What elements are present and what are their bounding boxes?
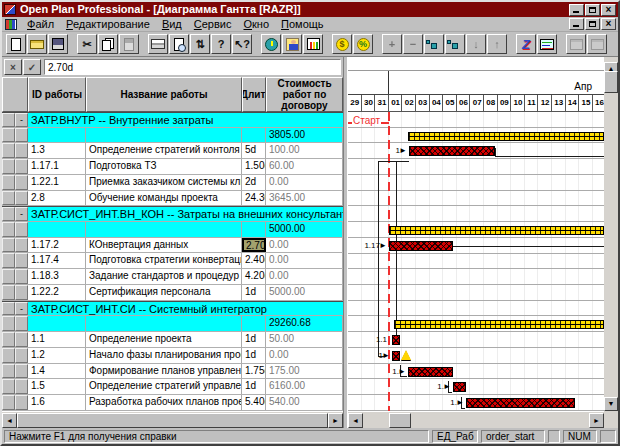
cell-id[interactable]: 1.6 [28, 395, 86, 410]
cell-duration[interactable]: 1d [242, 379, 266, 394]
cell-cost[interactable]: 6160.00 [266, 379, 343, 394]
cell-cost[interactable]: 29260.68 [266, 316, 343, 331]
document-window-icon[interactable] [5, 19, 17, 30]
cell-cost[interactable]: 0.00 [266, 253, 343, 268]
menu-item-3[interactable]: Вид [156, 17, 188, 31]
cell-cost[interactable]: 3805.00 [266, 128, 343, 143]
cell-duration[interactable]: 2.70d [242, 238, 266, 253]
menu-item-4[interactable]: Сервис [188, 17, 238, 31]
context-help-button[interactable]: ↖? [232, 34, 252, 54]
cell-cost[interactable]: 0.00 [266, 348, 343, 363]
cell-name[interactable] [86, 128, 242, 143]
summary-bar[interactable] [389, 226, 604, 235]
cell-name[interactable]: Подготовка стратегии конвертации [86, 253, 242, 268]
views-button[interactable] [537, 34, 557, 54]
scroll-left-icon[interactable]: ◄ [2, 413, 17, 428]
menu-item-1[interactable]: Файл [21, 17, 60, 31]
task-bar[interactable] [466, 398, 575, 408]
help-button[interactable]: ? [211, 34, 231, 54]
cell-id[interactable]: 1.22.2 [28, 285, 86, 300]
task-bar[interactable] [453, 382, 466, 392]
row-handle[interactable] [2, 253, 15, 268]
row-handle[interactable] [2, 395, 15, 410]
exchange-button[interactable]: ⇅ [190, 34, 210, 54]
timescale-button[interactable]: Z [516, 34, 536, 54]
cell-name[interactable]: Задание стандартов и процедур по д [86, 269, 242, 284]
cell-id[interactable]: 1.17.2 [28, 238, 86, 253]
cell-name[interactable]: Разработка рабочих планов проекта [86, 395, 242, 410]
cell-cost[interactable]: 5000.00 [266, 222, 343, 237]
cell-id[interactable]: 2.8 [28, 191, 86, 206]
cost-button[interactable]: $ [332, 34, 352, 54]
summary-bar[interactable] [408, 132, 604, 141]
cell-cost[interactable]: 3645.00 [266, 191, 343, 206]
cell-id[interactable]: 1.4 [28, 364, 86, 379]
cell-cost[interactable]: 0.00 [266, 269, 343, 284]
row-handle[interactable] [2, 113, 15, 127]
save-file-button[interactable] [48, 34, 68, 54]
cell-name[interactable]: Обучение команды проекта [86, 191, 242, 206]
row-handle[interactable] [2, 348, 15, 363]
row-handle[interactable] [2, 379, 15, 394]
minimize-button[interactable] [569, 4, 584, 16]
cell-duration[interactable]: 2d [242, 175, 266, 190]
cell-name[interactable]: Сертификация персонала [86, 285, 242, 300]
print-button[interactable] [148, 34, 168, 54]
gantt-hscroll-thumb[interactable] [389, 413, 411, 428]
gantt-hscroll-track[interactable] [363, 413, 589, 428]
cell-name[interactable]: Начало фазы планирования проекта [86, 348, 242, 363]
row-handle[interactable] [2, 128, 15, 143]
menu-item-2[interactable]: Редактирование [60, 17, 156, 31]
cell-id[interactable] [28, 128, 86, 143]
cell-duration[interactable] [242, 316, 266, 331]
row-handle[interactable] [2, 159, 15, 174]
row-handle[interactable] [2, 364, 15, 379]
cell-duration[interactable]: 4.20d [242, 269, 266, 284]
collapse-button[interactable]: - [15, 207, 28, 221]
cell-id[interactable]: 1.22.1 [28, 175, 86, 190]
task-bar[interactable] [392, 351, 400, 361]
cell-duration[interactable]: 2.40d [242, 253, 266, 268]
cell-name[interactable]: Определение стратегий контоля и отч [86, 143, 242, 158]
resources-button[interactable] [282, 34, 302, 54]
cell-cost[interactable]: 100.00 [266, 143, 343, 158]
cut-button[interactable]: ✂ [77, 34, 97, 54]
row-handle[interactable] [2, 269, 15, 284]
open-file-button[interactable] [27, 34, 47, 54]
cell-name[interactable]: Приемка заказчиком системы клиент [86, 175, 242, 190]
cell-cost[interactable]: 540.00 [266, 395, 343, 410]
cell-id[interactable]: 1.17.4 [28, 253, 86, 268]
table-hscroll-thumb[interactable] [17, 413, 328, 428]
row-handle[interactable] [2, 222, 15, 237]
cell-duration[interactable]: 5d [242, 143, 266, 158]
cell-name[interactable] [86, 222, 242, 237]
cell-name[interactable]: Определение проекта [86, 332, 242, 347]
cell-id[interactable]: 1.5 [28, 379, 86, 394]
cell-name[interactable]: КОнвертация данных [86, 238, 242, 253]
cell-duration[interactable]: 1d [242, 285, 266, 300]
row-handle[interactable] [2, 238, 15, 253]
task-bar[interactable] [408, 367, 453, 377]
collapse-button[interactable]: - [15, 113, 28, 127]
summary-bar[interactable] [394, 320, 604, 329]
scroll-left-icon[interactable]: ◄ [348, 413, 363, 428]
percent-complete-button[interactable]: % [353, 34, 373, 54]
row-handle[interactable] [2, 175, 15, 190]
cell-name[interactable]: Определение стратегий управления р [86, 379, 242, 394]
cell-cost[interactable]: 60.00 [266, 159, 343, 174]
task-bar[interactable] [389, 241, 453, 251]
cell-name[interactable]: Формирование планов управления [86, 364, 242, 379]
cell-duration[interactable]: 1.50d [242, 159, 266, 174]
gantt-vscroll-thumb[interactable] [604, 71, 618, 93]
child-close-button[interactable]: × [601, 18, 616, 30]
copy-button[interactable] [98, 34, 118, 54]
row-handle[interactable] [2, 285, 15, 300]
time-analysis-button[interactable] [261, 34, 281, 54]
cell-id[interactable]: 1.2 [28, 348, 86, 363]
cell-duration[interactable]: 24.30d [242, 191, 266, 206]
menu-item-5[interactable]: Окно [237, 17, 275, 31]
cell-duration[interactable]: 5.40d [242, 395, 266, 410]
add-link-button[interactable] [424, 34, 444, 54]
cell-id[interactable]: 1.17.1 [28, 159, 86, 174]
cell-duration[interactable]: 1d [242, 332, 266, 347]
